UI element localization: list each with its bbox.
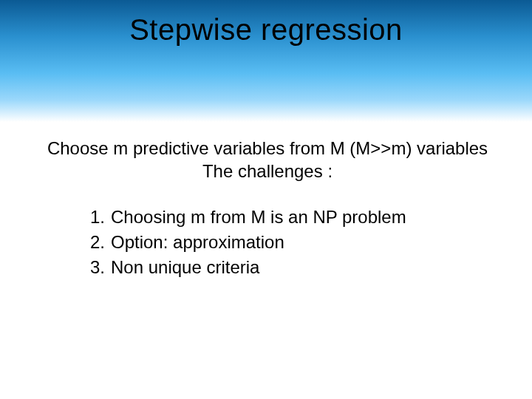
slide-body: Choose m predictive variables from M (M>…: [0, 122, 532, 279]
list-item: Choosing m from M is an NP problem: [84, 205, 513, 230]
slide-title: Stepwise regression: [129, 13, 403, 47]
intro-line-2: The challenges :: [202, 161, 332, 181]
challenge-list: Choosing m from M is an NP problem Optio…: [84, 205, 513, 279]
intro-line-1: Choose m predictive variables from M (M>…: [47, 138, 488, 158]
list-item: Non unique criteria: [84, 255, 513, 280]
list-item: Option: approximation: [84, 230, 513, 255]
intro-block: Choose m predictive variables from M (M>…: [19, 137, 513, 183]
slide-header: Stepwise regression: [0, 0, 532, 122]
